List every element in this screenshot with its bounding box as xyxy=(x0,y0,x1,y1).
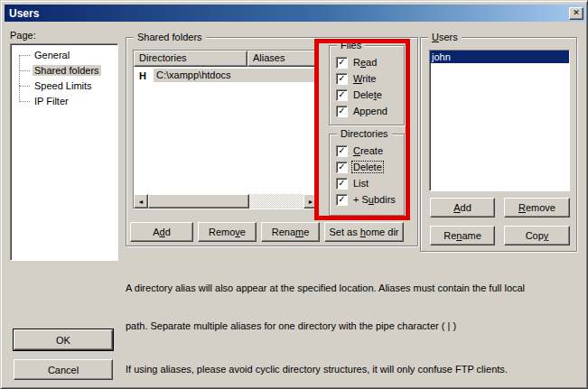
checkmark-icon: ✓ xyxy=(338,90,345,99)
checkmark-icon: ✓ xyxy=(338,146,345,155)
scroll-left-icon: ◄ xyxy=(138,199,145,205)
scroll-left-button[interactable]: ◄ xyxy=(134,194,148,208)
remove-directory-button[interactable]: Remove xyxy=(198,222,257,242)
listview-header: Directories Aliases xyxy=(134,51,318,67)
dirs-subdirs-row: ✓ + Subdirs xyxy=(336,193,397,206)
directories-listview: Directories Aliases H C:\xampp\htdocs ◄ … xyxy=(133,50,319,209)
tree-item-ip-filter[interactable]: IP Filter xyxy=(11,94,117,109)
users-list: john xyxy=(429,50,570,191)
checkmark-icon: ✓ xyxy=(338,107,345,116)
users-group: Users john Add Remove Rename Copy xyxy=(420,37,577,252)
page-tree: General Shared folders Speed Limits IP F… xyxy=(11,44,117,109)
add-directory-button[interactable]: Add xyxy=(130,222,193,242)
directory-path: C:\xampp\htdocs xyxy=(154,69,318,82)
window-title: Users xyxy=(5,7,569,20)
delete-dir-label[interactable]: Delete xyxy=(352,162,383,172)
files-write-row: ✓ Write xyxy=(336,72,377,85)
remove-user-button[interactable]: Remove xyxy=(504,198,570,218)
listview-body: H C:\xampp\htdocs xyxy=(134,67,318,194)
cancel-button[interactable]: Cancel xyxy=(14,359,113,380)
rename-directory-button[interactable]: Rename xyxy=(261,222,320,242)
column-header-directories[interactable]: Directories xyxy=(134,51,247,67)
users-group-label: Users xyxy=(428,32,462,43)
add-user-button[interactable]: Add xyxy=(430,198,495,218)
checkmark-icon: ✓ xyxy=(338,58,345,67)
subdirs-checkbox[interactable]: ✓ xyxy=(336,194,348,206)
checkmark-icon: ✓ xyxy=(338,195,345,204)
alias-help-line3: If using aliases, please avoid cyclic di… xyxy=(126,363,525,375)
horizontal-scrollbar[interactable]: ◄ ► xyxy=(134,194,318,208)
tree-item-shared-folders[interactable]: Shared folders xyxy=(11,63,117,79)
files-permissions-group: Files ✓ Read ✓ Write ✓ Delete ✓ Append xyxy=(329,45,405,125)
user-item-john[interactable]: john xyxy=(430,51,569,63)
files-append-row: ✓ Append xyxy=(336,105,388,117)
append-checkbox[interactable]: ✓ xyxy=(336,106,348,117)
home-marker: H xyxy=(139,70,150,81)
read-checkbox[interactable]: ✓ xyxy=(336,57,348,69)
close-button[interactable]: ✕ xyxy=(569,7,583,20)
scroll-right-icon: ► xyxy=(308,199,314,205)
scrollbar-track[interactable] xyxy=(249,194,303,208)
directory-row[interactable]: H C:\xampp\htdocs xyxy=(134,69,318,82)
create-label[interactable]: Create xyxy=(352,145,384,156)
scrollbar-thumb[interactable] xyxy=(148,194,249,208)
checkmark-icon: ✓ xyxy=(338,162,345,171)
list-checkbox[interactable]: ✓ xyxy=(336,178,348,190)
title-bar: Users ✕ xyxy=(5,5,585,22)
close-icon: ✕ xyxy=(573,9,580,17)
rename-user-button[interactable]: Rename xyxy=(430,226,495,245)
files-read-row: ✓ Read xyxy=(336,56,378,69)
column-header-aliases[interactable]: Aliases xyxy=(247,51,318,67)
list-label[interactable]: List xyxy=(352,178,369,189)
tree-item-speed-limits[interactable]: Speed Limits xyxy=(11,79,117,94)
tree-item-general[interactable]: General xyxy=(11,48,117,63)
copy-user-button[interactable]: Copy xyxy=(504,226,570,245)
shared-folders-group-label: Shared folders xyxy=(134,32,206,43)
read-label[interactable]: Read xyxy=(352,57,378,68)
alias-help-line2: path. Separate multiple aliases for one … xyxy=(126,320,525,332)
scroll-right-button[interactable]: ► xyxy=(303,194,318,208)
delete-file-checkbox[interactable]: ✓ xyxy=(336,89,348,101)
append-label[interactable]: Append xyxy=(352,106,388,116)
set-as-home-dir-button[interactable]: Set as home dir xyxy=(324,222,404,242)
page-label: Page: xyxy=(10,30,36,41)
write-checkbox[interactable]: ✓ xyxy=(336,73,348,85)
users-dialog: Users ✕ Page: General Shared folders Spe… xyxy=(0,0,588,389)
alias-help-line1: A directory alias will also appear at th… xyxy=(126,282,525,294)
alias-help-text: A directory alias will also appear at th… xyxy=(126,256,525,389)
directories-group-label: Directories xyxy=(337,128,392,140)
write-label[interactable]: Write xyxy=(352,73,377,84)
subdirs-label[interactable]: + Subdirs xyxy=(352,194,397,205)
ok-button[interactable]: OK xyxy=(14,329,113,350)
delete-dir-checkbox[interactable]: ✓ xyxy=(336,162,348,173)
page-list: General Shared folders Speed Limits IP F… xyxy=(10,43,118,261)
dirs-list-row: ✓ List xyxy=(336,177,369,190)
checkmark-icon: ✓ xyxy=(338,74,345,83)
create-checkbox[interactable]: ✓ xyxy=(336,145,348,157)
files-group-label: Files xyxy=(337,40,365,51)
files-delete-row: ✓ Delete xyxy=(336,88,383,101)
dirs-delete-row: ✓ Delete xyxy=(336,161,383,173)
checkmark-icon: ✓ xyxy=(338,179,345,188)
delete-file-label[interactable]: Delete xyxy=(352,89,383,100)
directories-permissions-group: Directories ✓ Create ✓ Delete ✓ List ✓ +… xyxy=(329,134,405,216)
dirs-create-row: ✓ Create xyxy=(336,144,384,157)
